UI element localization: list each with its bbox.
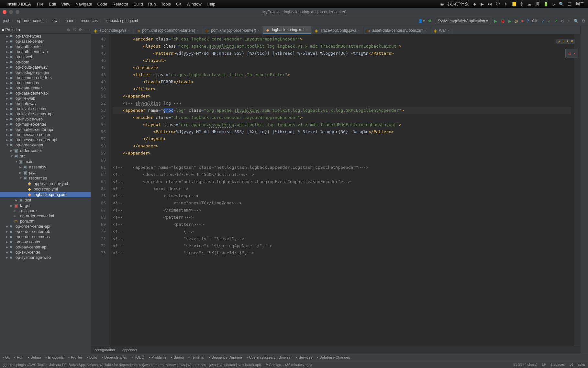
tree-item-op-pay-center-api[interactable]: ■op-pay-center-api <box>0 245 91 250</box>
line-number[interactable]: 46 <box>92 57 106 64</box>
bottom-tab-services[interactable]: ▪Services <box>296 355 312 359</box>
code-line[interactable]: <!-- <timestamp>--> <box>113 192 571 200</box>
line-number[interactable]: 73 <box>92 249 106 257</box>
prev-icon[interactable]: ⏮ <box>472 2 477 6</box>
chevron-icon[interactable] <box>6 107 10 110</box>
bottom-tab-problems[interactable]: ▪Problems <box>149 355 166 359</box>
line-number[interactable]: 61 <box>92 164 106 171</box>
chevron-icon[interactable] <box>19 177 23 180</box>
chevron-icon[interactable] <box>6 118 10 121</box>
hide-icon[interactable]: — <box>85 28 89 32</box>
chevron-icon[interactable] <box>6 66 10 69</box>
help-icon[interactable]: ? <box>527 19 529 23</box>
tree-item-op-commons[interactable]: ■op-commons <box>0 80 91 86</box>
tree-item-op-order-center[interactable]: ■op-order-center <box>0 143 91 148</box>
cloud-icon[interactable]: ☁ <box>527 2 531 6</box>
nav-crumb[interactable]: src <box>51 18 57 23</box>
breadcrumb-item[interactable]: configuration <box>94 348 115 352</box>
line-number[interactable]: 66 <box>92 200 106 207</box>
editor-tab[interactable]: masset-data-centersrv/pom.xml× <box>363 27 430 34</box>
macos-menu-window[interactable]: Window <box>184 2 204 6</box>
chevron-icon[interactable] <box>6 240 10 244</box>
line-number[interactable]: 57 <box>92 135 106 143</box>
tree-item-op-bom[interactable]: ■op-bom <box>0 60 91 65</box>
tree-item-op-order-center-api[interactable]: ■op-order-center-api <box>0 224 91 229</box>
bottom-tab-build[interactable]: ▪Build <box>87 355 97 359</box>
git-history-icon[interactable]: ↺ <box>561 19 564 23</box>
chevron-icon[interactable] <box>6 45 10 48</box>
macos-menu-help[interactable]: Help <box>204 2 218 6</box>
chevron-icon[interactable] <box>19 171 23 174</box>
macos-menu-edit[interactable]: Edit <box>46 2 59 6</box>
line-number[interactable]: 58 <box>92 143 106 150</box>
record-icon[interactable]: ◉ <box>440 2 444 6</box>
editor-tab[interactable]: ◉eController.java× <box>91 27 133 34</box>
line-number[interactable]: 47 <box>92 64 106 71</box>
code-line[interactable]: </appender> <box>113 150 571 157</box>
macos-date[interactable]: 周二 <box>576 1 584 7</box>
chevron-icon[interactable] <box>6 144 10 147</box>
editor-breadcrumb[interactable]: configuration 〉 appender <box>91 346 580 353</box>
run-configuration-dropdown[interactable]: SysManageWebApplication ▾ <box>435 18 491 24</box>
git-branch[interactable]: ⎇ master <box>569 362 585 367</box>
nav-crumb[interactable]: main <box>64 18 73 23</box>
tree-item-op-asset-center[interactable]: ■op-asset-center <box>0 39 91 44</box>
chevron-icon[interactable] <box>6 97 10 100</box>
chevron-icon[interactable] <box>6 86 10 90</box>
line-number[interactable]: 43 <box>92 36 106 43</box>
editor-tab[interactable]: ◉TraceAopConfig.java× <box>311 27 363 34</box>
chevron-icon[interactable] <box>6 225 10 228</box>
chevron-icon[interactable] <box>15 199 19 202</box>
tree-item-resources[interactable]: ▣resources <box>0 175 91 181</box>
warnings-indicator[interactable]: ⚠ 6 ∧ ∨ <box>556 39 575 44</box>
line-number[interactable]: 68 <box>92 214 106 221</box>
editor-tab[interactable]: ◉War× <box>430 27 453 34</box>
code-line[interactable]: <!-- </timestamp>--> <box>113 207 571 214</box>
chevron-icon[interactable] <box>6 35 10 38</box>
chevron-icon[interactable] <box>15 160 19 163</box>
lang-icon[interactable]: 拼 <box>535 1 539 7</box>
tree-item-op-pay-center[interactable]: ■op-pay-center <box>0 239 91 245</box>
sun-icon[interactable]: ☀ <box>504 2 508 6</box>
macos-menu-refactor[interactable]: Refactor <box>110 2 131 6</box>
chevron-icon[interactable] <box>6 123 10 126</box>
tree-item-op-order-center-job[interactable]: ■op-order-center-job <box>0 229 91 234</box>
battery-icon[interactable]: 🔋 <box>543 2 549 6</box>
editor-tab[interactable]: ◆logback-spring.xml× <box>263 26 311 34</box>
settings-icon[interactable]: ⚙ <box>582 19 585 23</box>
tree-item--gitignore[interactable]: ▫.gitignore <box>0 208 91 213</box>
close-icon[interactable]: × <box>448 29 449 32</box>
bottom-tab-sequence-diagram[interactable]: ▪Sequence Diagram <box>209 355 242 359</box>
chevron-icon[interactable] <box>6 81 10 85</box>
code-line[interactable]: <!-- <encoder class="net.logstash.logbac… <box>113 178 571 185</box>
tree-item-op-message-center-api[interactable]: ■op-message-center-api <box>0 137 91 143</box>
code-line[interactable]: <appender name="grpc-log" class="org.apa… <box>113 107 571 114</box>
close-icon[interactable]: × <box>306 28 308 32</box>
tree-item-test[interactable]: ▣test <box>0 197 91 203</box>
tree-item-op-order-commons[interactable]: ■op-order-commons <box>0 234 91 239</box>
tree-item-op-bi-web[interactable]: ■op-bi-web <box>0 54 91 60</box>
tree-item-op-sku-center[interactable]: ■op-sku-center <box>0 250 91 255</box>
chevron-icon[interactable] <box>6 102 10 105</box>
code-line[interactable]: </layout> <box>113 135 571 143</box>
line-number[interactable]: 59 <box>92 150 106 157</box>
code-line[interactable]: <layout class="org.apache.skywalking.apm… <box>113 43 571 50</box>
tree-item-op-invoice-center[interactable]: ■op-invoice-center <box>0 106 91 111</box>
line-number[interactable]: 45 <box>92 50 106 57</box>
git-commit-icon[interactable]: ✓ <box>548 19 551 23</box>
tree-item-op-codegen-plugin[interactable]: ■op-codegen-plugin <box>0 70 91 75</box>
tree-item-java[interactable]: ▣java <box>0 170 91 175</box>
line-number[interactable]: 63 <box>92 178 106 185</box>
bottom-tab-endpoints[interactable]: ▪Endpoints <box>45 355 64 359</box>
chevron-icon[interactable] <box>6 138 10 142</box>
code-line[interactable]: <layout class="org.apache.skywalking.apm… <box>113 121 571 128</box>
bottom-tab-database-changes[interactable]: ▪Database Changes <box>317 355 350 359</box>
code-line[interactable]: <!-- "service": "${springAppName:-}",--> <box>113 242 571 249</box>
chevron-icon[interactable] <box>6 76 10 79</box>
run-button[interactable]: ▶ <box>494 19 497 23</box>
nav-crumb[interactable]: resources <box>80 18 98 23</box>
code-line[interactable]: </appender> <box>113 93 571 100</box>
tree-item-target[interactable]: ▣target <box>0 203 91 208</box>
note-icon[interactable]: 📒 <box>512 2 517 6</box>
search-icon[interactable]: 🔍 <box>574 19 579 23</box>
